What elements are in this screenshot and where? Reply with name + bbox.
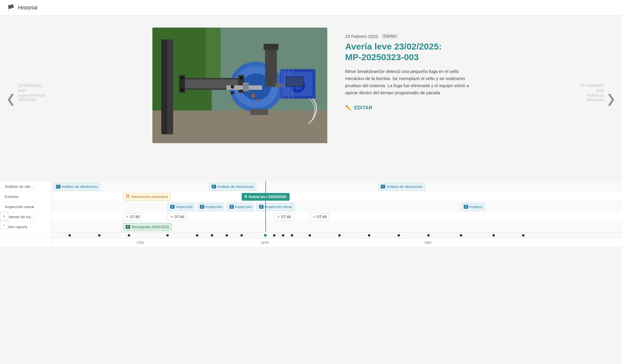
tl-ot86[interactable]: ✕ OT-86 xyxy=(168,213,187,221)
tl-averia-text: Avería leve 23/02/2025: xyxy=(248,195,287,199)
svg-rect-17 xyxy=(265,45,277,87)
dot-12 xyxy=(309,234,311,237)
tl-inspeccion-5-text: Inspecci... xyxy=(469,205,485,209)
dot-current xyxy=(264,234,267,237)
dot-1 xyxy=(68,234,71,237)
tl-ot86-text: OT-86 xyxy=(174,215,184,219)
dot-18 xyxy=(492,234,495,237)
tl-analysis-3[interactable]: C Análisis de vibraciones xyxy=(378,183,425,191)
icon-C-2: C xyxy=(212,185,216,189)
cross-icon-3: ✕ xyxy=(277,215,280,219)
svg-point-34 xyxy=(256,99,259,102)
card-title: Avería leve 23/02/2025:MP-20250323-003 xyxy=(345,41,470,63)
label-row-1: Eventos xyxy=(0,192,52,202)
tl-inspeccion-2-text: Inspección vi... xyxy=(205,205,224,209)
next-arrow[interactable]: ❯ xyxy=(603,89,619,108)
month-abr: ABR. xyxy=(424,241,433,245)
tl-inspeccion-1[interactable]: A Inspección vi... xyxy=(168,203,194,211)
prev-date-line1: 20 FEBRERO xyxy=(18,83,45,88)
timeline-row-1: ⏰ Intervención preventiva ⚙ Avería leve … xyxy=(52,192,622,202)
badge-eventos: Eventos xyxy=(381,33,398,39)
tl-ot88-text: OT-88 xyxy=(281,215,291,219)
timeline-row-2: A Inspección vi... A Inspección vi... A … xyxy=(52,202,622,212)
tl-ot88[interactable]: ✕ OT-88 xyxy=(274,213,294,221)
svg-point-13 xyxy=(181,76,184,79)
tl-analysis-2[interactable]: C Análisis de vibraciones xyxy=(209,183,256,191)
dot-15 xyxy=(398,234,400,237)
svg-rect-30 xyxy=(250,109,268,115)
tl-inspeccion-3[interactable]: A Inspección vi... xyxy=(227,203,253,211)
svg-point-15 xyxy=(240,76,243,79)
tl-inspeccion-5[interactable]: A Inspecci... xyxy=(461,203,485,211)
month-mar: MAR. xyxy=(261,241,270,245)
timeline-row-0: C Análisis de vibraciones C Análisis de … xyxy=(52,182,622,192)
info-panel: 23 Febrero 2025 Eventos Avería leve 23/0… xyxy=(345,28,470,111)
svg-rect-24 xyxy=(275,83,284,87)
edit-button[interactable]: ✏️ EDITAR xyxy=(345,105,372,111)
icon-A-2: A xyxy=(200,205,204,209)
tl-ot85-text: OT-85 xyxy=(130,215,140,219)
tl-inspeccion-4-text: Inspección visual xyxy=(265,205,292,209)
timeline-content: C Análisis de vibraciones C Análisis de … xyxy=(52,182,622,247)
tl-inspeccion-3-text: Inspección vi... xyxy=(235,205,253,209)
tl-ot85[interactable]: ✕ OT-85 xyxy=(123,213,142,221)
flag-icon: 🏴 xyxy=(7,4,15,11)
tl-analysis-1[interactable]: C Análisis de vibraciones xyxy=(53,183,101,191)
tl-inspeccion-2[interactable]: A Inspección vi... xyxy=(197,203,224,211)
tl-intervencion[interactable]: ⏰ Intervención preventiva xyxy=(123,193,170,201)
label-row-0: Análisis de vibr... xyxy=(0,182,52,192)
card-image xyxy=(152,28,327,143)
next-sublabel: Análisis devibraciones xyxy=(580,93,604,103)
dot-3 xyxy=(128,234,130,237)
timeline-dots-row xyxy=(52,232,622,238)
header: 🏴 Historial xyxy=(0,0,622,16)
tl-termografia[interactable]: B Termografía 29/01/2025 xyxy=(123,223,172,231)
timeline-grid: Análisis de vibr... Eventos Inspección v… xyxy=(0,182,622,247)
svg-rect-36 xyxy=(243,82,249,91)
info-date: 23 Febrero 2025 Eventos xyxy=(345,33,470,39)
svg-point-32 xyxy=(231,91,234,95)
dot-9 xyxy=(273,234,275,237)
cross-icon-1: ✕ xyxy=(126,215,129,219)
svg-rect-5 xyxy=(167,39,173,134)
tl-analysis-3-text: Análisis de vibraciones xyxy=(386,185,422,189)
zoom-controls: + − xyxy=(0,212,8,229)
dot-11 xyxy=(291,234,293,237)
tl-inspeccion-4[interactable]: A Inspección visual xyxy=(256,203,294,211)
next-date: 26 FEBRERO 2025 Análisis devibraciones xyxy=(580,83,604,103)
timeline-row-3: ✕ OT-85 ✕ OT-86 ✕ OT-88 ✕ xyxy=(52,212,622,222)
icon-A-3: A xyxy=(229,205,234,209)
tl-inspeccion-1-text: Inspección vi... xyxy=(176,205,194,209)
dot-17 xyxy=(460,234,462,237)
dot-19 xyxy=(522,234,524,237)
svg-rect-1 xyxy=(152,111,327,143)
gear-icon: ⚙ xyxy=(244,195,247,199)
svg-point-31 xyxy=(231,85,234,89)
svg-rect-18 xyxy=(264,44,278,50)
main-content: ❮ 20 FEBRERO 2025 Inspección visual20/02… xyxy=(0,16,622,182)
timeline-section: + − Análisis de vibr... Eventos Inspecci… xyxy=(0,182,622,247)
pencil-icon: ✏️ xyxy=(345,105,352,111)
tl-intervencion-text: Intervención preventiva xyxy=(131,195,168,199)
svg-rect-25 xyxy=(280,69,283,99)
dot-14 xyxy=(368,234,370,237)
timeline-row-4: B Termografía 29/01/2025 xyxy=(52,222,622,232)
tl-ot89[interactable]: ✕ OT-89 xyxy=(310,213,329,221)
prev-date-line2: 2025 xyxy=(18,88,45,93)
zoom-out-button[interactable]: − xyxy=(0,221,8,229)
dot-6 xyxy=(211,234,213,237)
zoom-in-button[interactable]: + xyxy=(0,212,8,220)
cross-icon-4: ✕ xyxy=(312,215,315,219)
icon-B-1: B xyxy=(126,225,130,229)
svg-point-14 xyxy=(181,88,184,91)
next-date-line1: 26 FEBRERO xyxy=(580,83,604,88)
month-labels-row: FEB. MAR. ABR. xyxy=(52,238,622,247)
prev-date: 20 FEBRERO 2025 Inspección visual20/02/2… xyxy=(18,83,45,103)
current-timeline-line xyxy=(265,182,266,232)
icon-C-1: C xyxy=(56,185,60,189)
prev-sublabel: Inspección visual20/02/2025 xyxy=(18,93,45,103)
clock-icon: ⏰ xyxy=(126,195,130,199)
prev-arrow[interactable]: ❮ xyxy=(3,89,19,108)
cross-icon-2: ✕ xyxy=(170,215,173,219)
svg-point-33 xyxy=(251,93,256,98)
